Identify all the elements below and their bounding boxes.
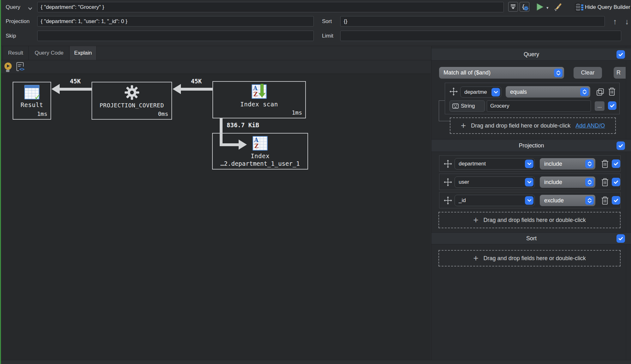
query-section-checkbox[interactable] [616, 50, 625, 59]
tab-result[interactable]: Result [3, 46, 29, 60]
projection-mode-value: include [544, 179, 562, 186]
projection-field-value: user [459, 179, 469, 185]
explain-node-projection-covered[interactable]: PROJECTION_COVERED 0ms [92, 82, 172, 120]
delete-condition-button[interactable] [608, 87, 616, 97]
sort-section-title: Sort [526, 235, 537, 242]
sort-ascending-icon[interactable]: ↑ [610, 14, 619, 29]
explain-diagram-canvas[interactable]: ✓ Result 1ms 45K PROJECTION_COVERED 0ms … [0, 74, 431, 360]
projection-input[interactable] [37, 16, 314, 27]
drag-handle[interactable] [444, 196, 452, 206]
projection-mode-select[interactable]: include [540, 158, 595, 170]
row-enabled-checkbox[interactable] [612, 178, 620, 186]
condition-operator-select[interactable]: equals [506, 86, 590, 98]
sort-descending-icon[interactable]: ↓ [623, 14, 631, 29]
projection-field-combo[interactable]: _id [455, 195, 535, 206]
query-mode-dropdown[interactable] [28, 6, 33, 11]
condition-operator-value: equals [510, 89, 527, 95]
view-raw-json-button[interactable]: <> [16, 62, 26, 73]
projection-mode-value: include [544, 161, 562, 167]
explain-node-index[interactable]: AZ Index …2.department_1_user_1 [212, 133, 308, 170]
drag-handle[interactable] [449, 87, 458, 97]
query-drop-hint: Drag and drop field here or double-click [471, 122, 570, 129]
duplicate-condition-button[interactable] [596, 88, 604, 98]
select-stepper-icon [585, 178, 594, 187]
projection-mode-select[interactable]: exclude [540, 195, 595, 206]
hide-query-builder-button[interactable]: Hide Query Builder [575, 1, 630, 13]
select-stepper-icon [585, 160, 594, 168]
tree-connector [439, 100, 445, 101]
sort-section-header: Sort [432, 232, 631, 244]
window-left-accent-edge [0, 0, 1, 364]
editor-view-button[interactable] [508, 2, 518, 12]
projection-field-value: department [459, 161, 486, 167]
skip-input[interactable] [37, 31, 314, 41]
drag-handle[interactable] [444, 178, 452, 188]
sort-drop-hint: Drag and drop fields here or double-clic… [484, 255, 586, 262]
run-options-dropdown[interactable]: ▾ [546, 5, 549, 10]
select-stepper-icon [580, 88, 589, 96]
trash-icon [601, 178, 609, 187]
condition-field-combo[interactable]: departme [460, 87, 501, 98]
add-and-or-link[interactable]: Add AND/O [575, 122, 605, 129]
skip-row-label: Skip [6, 29, 16, 43]
condition-value-input[interactable] [487, 100, 591, 112]
delete-row-button[interactable] [601, 178, 609, 188]
tab-explain[interactable]: Explain [70, 46, 97, 60]
row-enabled-checkbox[interactable] [612, 159, 620, 168]
drag-handle[interactable] [444, 160, 452, 169]
condition-more-button[interactable]: ... [595, 101, 604, 111]
trash-icon [601, 159, 609, 168]
tab-query-code[interactable]: Query Code [29, 46, 69, 60]
explain-node-result[interactable]: ✓ Result 1ms [13, 82, 51, 120]
run-query-button-clipped[interactable]: R [614, 67, 626, 79]
query-drop-zone[interactable]: + Drag and drop field here or double-cli… [450, 117, 616, 134]
projection-field-combo[interactable]: user [455, 176, 535, 188]
node-detail: …2.department_1_user_1 [220, 160, 300, 167]
clear-button[interactable]: Clear [574, 67, 602, 79]
node-name: Result [21, 101, 43, 108]
move-icon [444, 178, 452, 186]
clean-button[interactable] [553, 2, 563, 13]
projection-field-combo[interactable]: department [455, 158, 535, 170]
delete-row-button[interactable] [601, 159, 609, 170]
chevron-down-icon [28, 7, 33, 10]
check-icon [618, 144, 623, 148]
plus-icon: + [473, 254, 478, 263]
condition-type-button[interactable]: String [449, 100, 485, 112]
projection-drop-zone[interactable]: + Drag and drop fields here or double-cl… [438, 212, 621, 228]
query-input[interactable] [37, 2, 504, 12]
database-icon [575, 3, 582, 12]
match-mode-select[interactable]: Match all of ($and) [439, 67, 564, 79]
explain-node-index-scan[interactable]: AZ Index scan 1ms [212, 81, 306, 118]
node-time: 0ms [158, 110, 168, 117]
query-section-title: Query [524, 51, 539, 58]
query-settings-button[interactable]: { [520, 2, 529, 12]
select-stepper-icon [585, 196, 594, 205]
projection-section-checkbox[interactable] [616, 141, 625, 150]
chevron-down-icon [525, 160, 533, 168]
sort-drop-zone[interactable]: + Drag and drop fields here or double-cl… [438, 250, 621, 266]
check-icon [618, 237, 623, 241]
node-time: 1ms [292, 109, 302, 116]
run-button[interactable] [536, 3, 545, 13]
move-icon [444, 160, 452, 168]
condition-field-value: departme [464, 89, 487, 95]
projection-mode-value: exclude [544, 197, 564, 204]
node-time: 1ms [37, 110, 47, 117]
bottom-scrollbar-strip[interactable] [0, 360, 631, 364]
sort-section-checkbox[interactable] [616, 234, 625, 243]
projection-mode-select[interactable]: include [540, 176, 595, 188]
sort-input[interactable] [340, 16, 605, 27]
row-enabled-checkbox[interactable] [612, 196, 620, 205]
condition-enabled-checkbox[interactable] [608, 101, 616, 110]
gear-icon [524, 6, 528, 11]
move-icon [449, 87, 458, 96]
projection-row-label: Projection [6, 14, 30, 29]
index-scan-icon: AZ [252, 84, 267, 99]
limit-input[interactable] [340, 31, 621, 41]
trash-icon [601, 196, 609, 205]
delete-row-button[interactable] [601, 196, 609, 206]
query-builder-panel: Query Match all of ($and) Clear R [431, 46, 631, 360]
run-explain-button[interactable] [4, 63, 12, 73]
app-window: Query { ▾ [0, 0, 631, 364]
